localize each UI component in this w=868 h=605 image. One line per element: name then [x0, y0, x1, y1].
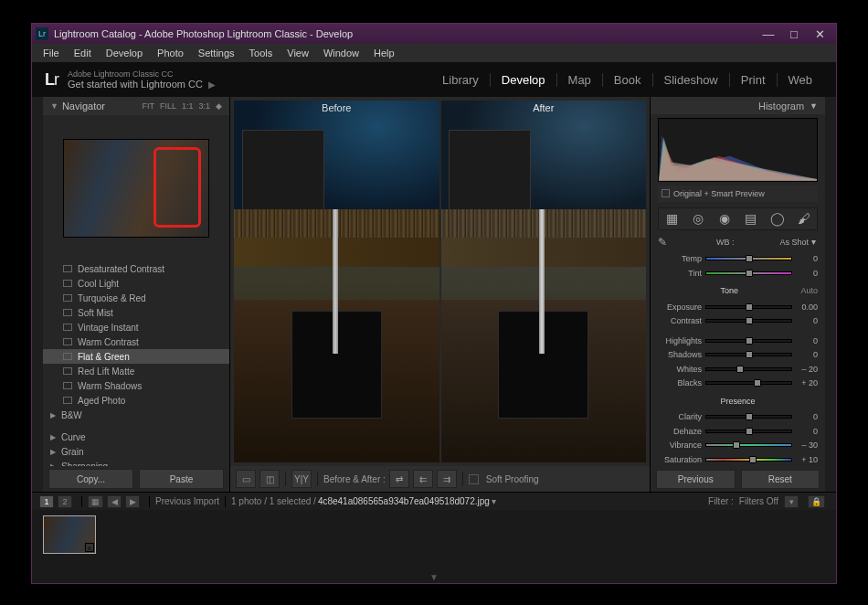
preset-item[interactable]: Soft Mist [43, 305, 229, 320]
preset-item[interactable]: Red Lift Matte [43, 364, 229, 378]
preset-item[interactable]: Cool Light [43, 276, 229, 291]
module-web[interactable]: Web [777, 73, 824, 87]
wb-picker-icon[interactable]: ✎ [658, 236, 671, 249]
chevron-right-icon[interactable]: ▶ [208, 80, 216, 90]
filmstrip-thumb[interactable]: ± [43, 515, 96, 554]
zoom-fill[interactable]: FILL [160, 101, 176, 111]
triangle-down-icon: ▼ [50, 101, 58, 111]
menu-develop[interactable]: Develop [99, 48, 150, 58]
menu-file[interactable]: File [36, 48, 67, 58]
menu-tools[interactable]: Tools [242, 48, 281, 58]
filter-menu-icon[interactable]: ▾ [784, 495, 799, 508]
preview-mode[interactable]: Original + Smart Preview [658, 186, 818, 201]
zoom-menu-icon[interactable]: ◆ [216, 101, 222, 111]
module-book[interactable]: Book [602, 73, 652, 87]
before-after-label: Before & After : [323, 474, 386, 484]
before-after-lr-icon[interactable]: Y|Y [291, 470, 312, 488]
preset-group-sharpening[interactable]: ▶Sharpening [43, 459, 229, 466]
white-balance-row: ✎ WB : As Shot ▾ [658, 234, 818, 249]
wb-value[interactable]: As Shot [779, 238, 809, 247]
reset-button[interactable]: Reset [741, 470, 820, 489]
compare-view-icon[interactable]: ◫ [259, 470, 280, 488]
before-pane[interactable]: Before [234, 101, 439, 462]
crop-indicator[interactable] [153, 147, 201, 228]
source-label[interactable]: Previous Import [155, 496, 219, 506]
menu-photo[interactable]: Photo [150, 48, 191, 58]
wb-menu-icon[interactable]: ▾ [809, 237, 818, 247]
spot-tool-icon[interactable]: ◎ [689, 210, 707, 227]
module-print[interactable]: Print [729, 73, 777, 87]
preset-group-bw[interactable]: ▶B&W [43, 408, 229, 422]
minimize-button[interactable]: — [756, 25, 781, 43]
nav-back-icon[interactable]: ◀ [107, 495, 122, 508]
chevron-down-icon[interactable]: ▾ [492, 496, 496, 506]
copy-before-icon[interactable]: ⇇ [413, 470, 433, 488]
blacks-slider[interactable]: Blacks+ 20 [658, 377, 818, 389]
navigator-header[interactable]: ▼ Navigator FIT FILL 1:1 3:1 ◆ [43, 97, 229, 115]
preset-item[interactable]: Turquoise & Red [43, 291, 229, 305]
gradient-tool-icon[interactable]: ▤ [742, 210, 760, 227]
crop-tool-icon[interactable]: ▦ [662, 210, 681, 227]
copy-after-icon[interactable]: ⇉ [437, 470, 457, 488]
preset-item[interactable]: Desaturated Contrast [43, 261, 229, 276]
monitor-1-button[interactable]: 1 [39, 495, 54, 508]
histogram[interactable] [658, 118, 818, 182]
collapse-bottom-icon[interactable]: ▼ [429, 572, 439, 582]
module-develop[interactable]: Develop [490, 73, 556, 87]
maximize-button[interactable]: □ [781, 25, 807, 43]
nav-fwd-icon[interactable]: ▶ [125, 495, 140, 508]
preset-item[interactable]: Warm Contrast [43, 334, 229, 349]
shadows-slider[interactable]: Shadows0 [658, 348, 818, 361]
auto-button[interactable]: Auto [800, 286, 818, 295]
close-button[interactable]: ✕ [807, 25, 832, 43]
filmstrip[interactable]: ± [32, 510, 836, 561]
zoom-fit[interactable]: FIT [142, 101, 154, 111]
preset-item[interactable]: Aged Photo [43, 393, 229, 408]
histogram-header[interactable]: Histogram ▼ [651, 97, 825, 114]
saturation-slider[interactable]: Saturation+ 10 [658, 453, 818, 466]
preset-item[interactable]: Warm Shadows [43, 378, 229, 393]
right-rail[interactable] [825, 97, 836, 492]
temp-slider[interactable]: Temp0 [658, 252, 818, 265]
dehaze-slider[interactable]: Dehaze0 [658, 425, 818, 438]
preset-item[interactable]: Vintage Instant [43, 320, 229, 334]
preset-group-curve[interactable]: ▶Curve [43, 430, 229, 444]
after-pane[interactable]: After [441, 101, 647, 462]
grid-icon[interactable]: ▦ [88, 495, 103, 508]
filter-lock-icon[interactable]: 🔒 [808, 495, 825, 508]
clarity-slider[interactable]: Clarity0 [658, 411, 818, 424]
preset-group-grain[interactable]: ▶Grain [43, 444, 229, 459]
menu-help[interactable]: Help [366, 48, 402, 58]
module-library[interactable]: Library [431, 73, 490, 87]
before-after-view[interactable]: Before After [230, 97, 650, 466]
highlights-slider[interactable]: Highlights0 [658, 334, 818, 347]
brush-tool-icon[interactable]: 🖌 [795, 210, 813, 227]
exposure-slider[interactable]: Exposure0.00 [658, 301, 818, 313]
copy-button[interactable]: Copy... [48, 469, 133, 489]
menu-window[interactable]: Window [316, 48, 366, 58]
zoom-3-1[interactable]: 3:1 [198, 101, 210, 111]
preset-item-selected[interactable]: Flat & Green [43, 349, 229, 364]
swap-icon[interactable]: ⇄ [389, 470, 409, 488]
center-toolbar: ▭ ◫ Y|Y Before & After : ⇄ ⇇ ⇉ Soft Proo… [230, 466, 650, 492]
tint-slider[interactable]: Tint0 [658, 267, 818, 280]
module-map[interactable]: Map [556, 73, 602, 87]
filter-value[interactable]: Filters Off [739, 496, 778, 506]
redeye-tool-icon[interactable]: ◉ [715, 210, 734, 227]
menu-settings[interactable]: Settings [191, 48, 242, 58]
paste-button[interactable]: Paste [139, 469, 224, 489]
monitor-2-button[interactable]: 2 [58, 495, 72, 508]
navigator-thumbnail[interactable] [43, 115, 229, 261]
contrast-slider[interactable]: Contrast0 [658, 314, 818, 327]
module-slideshow[interactable]: Slideshow [652, 73, 729, 87]
soft-proof-checkbox[interactable] [469, 474, 479, 484]
loupe-view-icon[interactable]: ▭ [236, 470, 256, 488]
menu-view[interactable]: View [280, 48, 316, 58]
previous-button[interactable]: Previous [656, 470, 736, 489]
whites-slider[interactable]: Whites– 20 [658, 363, 818, 376]
left-rail[interactable] [32, 97, 43, 492]
vibrance-slider[interactable]: Vibrance– 30 [658, 440, 818, 452]
radial-tool-icon[interactable]: ◯ [768, 210, 787, 227]
zoom-1-1[interactable]: 1:1 [182, 101, 194, 111]
menu-edit[interactable]: Edit [67, 48, 99, 58]
